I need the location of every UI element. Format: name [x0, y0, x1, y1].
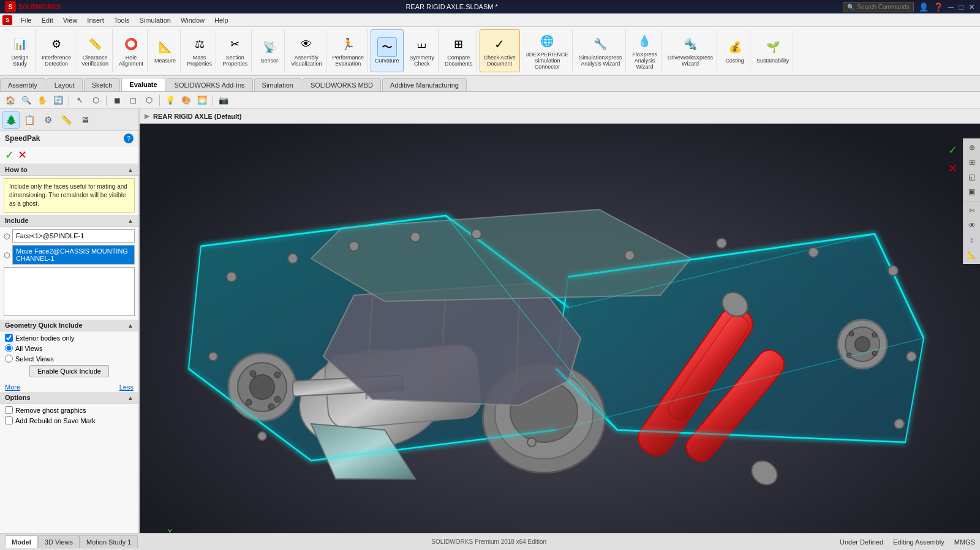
menu-insert[interactable]: Insert	[82, 15, 109, 25]
search-input-label[interactable]: Search Commands	[857, 4, 910, 10]
more-button[interactable]: More	[5, 383, 20, 391]
question-icon[interactable]: ❓	[933, 2, 943, 12]
toolbar-3dexp[interactable]: 🌐 3DEXPERIENCESimulationConnector	[522, 29, 573, 72]
toolbar-performance[interactable]: 🏃 PerformanceEvaluation	[329, 29, 369, 72]
sustainability-icon[interactable]: 🌱	[763, 37, 783, 57]
menu-tools[interactable]: Tools	[109, 15, 135, 25]
include-section-header[interactable]: Include ▲	[0, 215, 138, 227]
include-field-2[interactable]: Move Face2@CHASSIS MOUNTING CHANNEL-1	[12, 245, 135, 265]
selectviews-label[interactable]: Select Views	[15, 355, 54, 363]
exterior-label[interactable]: Exterior bodies only	[15, 334, 75, 342]
panel-dimxpert-icon[interactable]: 📏	[58, 111, 75, 129]
tab-evaluate[interactable]: Evaluate	[121, 78, 165, 91]
include-empty-area[interactable]	[4, 267, 135, 316]
viewport-cancel-button[interactable]: ✕	[944, 160, 960, 176]
toolbar-symmetry[interactable]: ⧢ SymmetryCheck	[406, 29, 439, 72]
toolbar-sensor[interactable]: 📡 Sensor	[254, 29, 285, 72]
help-button[interactable]: ?	[124, 134, 134, 143]
menu-file[interactable]: File	[16, 15, 37, 25]
toolbar-curvature[interactable]: 〜 Curvature	[371, 29, 404, 72]
sec-select-icon[interactable]: ↖	[73, 94, 86, 107]
minimize-btn[interactable]: ─	[948, 2, 954, 12]
exterior-checkbox[interactable]	[5, 334, 13, 342]
tab-additive[interactable]: Additive Manufacturing	[382, 78, 467, 91]
viewport-ok-button[interactable]: ✓	[944, 142, 960, 158]
sec-pan-icon[interactable]: ✋	[36, 94, 49, 107]
assembly-vis-icon[interactable]: 👁	[296, 34, 316, 54]
hole-icon[interactable]: ⭕	[121, 34, 141, 54]
close-btn[interactable]: ✕	[968, 2, 975, 12]
curvature-icon[interactable]: 〜	[377, 37, 397, 57]
floexpress-icon[interactable]: 💧	[635, 31, 654, 51]
panel-featuremanager-icon[interactable]: 🌲	[2, 111, 20, 129]
toolbar-sustainability[interactable]: 🌱 Sustainability	[753, 29, 793, 72]
howto-section-header[interactable]: How to ▲	[0, 164, 138, 176]
tab-mbd[interactable]: SOLIDWORKS MBD	[303, 78, 381, 91]
toolbar-clearance[interactable]: 📏 ClearanceVerification	[78, 29, 113, 72]
right-zoom-icon[interactable]: ⊕	[965, 141, 979, 154]
sec-home-icon[interactable]: 🏠	[4, 94, 17, 107]
allviews-label[interactable]: All Views	[15, 345, 42, 352]
right-views-icon[interactable]: ◱	[965, 170, 979, 184]
allviews-radio[interactable]	[5, 344, 13, 352]
right-shaded-icon[interactable]: ▣	[965, 185, 979, 198]
enable-quick-include-button[interactable]: Enable Quick Include	[29, 365, 109, 377]
measure-icon[interactable]: 📐	[156, 37, 175, 57]
right-fit-icon[interactable]: ⊞	[965, 156, 979, 169]
maximize-btn[interactable]: □	[959, 2, 963, 12]
tab-assembly[interactable]: Assembly	[0, 78, 45, 91]
status-tab-motionstudy[interactable]: Motion Study 1	[80, 535, 138, 548]
add-rebuild-checkbox[interactable]	[5, 416, 13, 424]
remove-ghost-label[interactable]: Remove ghost graphics	[15, 407, 86, 414]
toolbar-hole[interactable]: ⭕ HoleAlignment	[115, 29, 148, 72]
section-icon[interactable]: ✂	[225, 34, 245, 54]
viewport[interactable]: ▶ REAR RIGID AXLE (Default)	[140, 109, 980, 533]
costing-icon[interactable]: 💰	[725, 37, 745, 57]
3dexp-icon[interactable]: 🌐	[537, 31, 557, 51]
sec-hidden-icon[interactable]: ◻	[126, 94, 140, 107]
panel-configmanager-icon[interactable]: ⚙	[39, 111, 56, 129]
ok-button[interactable]: ✓	[5, 148, 14, 162]
sec-camera-icon[interactable]: 📷	[217, 94, 230, 107]
panel-propertymanager-icon[interactable]: 📋	[21, 111, 38, 129]
right-hide-icon[interactable]: 👁	[965, 219, 979, 232]
toolbar-simxpress[interactable]: 🔧 SimulationXpressAnalysis Wizard	[575, 29, 626, 72]
performance-icon[interactable]: 🏃	[338, 34, 358, 54]
toolbar-mass[interactable]: ⚖ MassProperties	[183, 29, 216, 72]
tab-simulation[interactable]: Simulation	[254, 78, 301, 91]
user-icon[interactable]: 👤	[919, 2, 929, 12]
toolbar-interference[interactable]: ⚙ InterferenceDetection	[38, 29, 75, 72]
design-study-icon[interactable]: 📊	[10, 34, 30, 54]
compare-icon[interactable]: ⊞	[449, 34, 469, 54]
tab-addins[interactable]: SOLIDWORKS Add-Ins	[167, 78, 253, 91]
menu-view[interactable]: View	[58, 15, 83, 25]
menu-window[interactable]: Window	[176, 15, 209, 25]
right-section-icon[interactable]: ✄	[965, 204, 979, 217]
toolbar-assembly-vis[interactable]: 👁 AssemblyVisualization	[287, 29, 326, 72]
right-normal-icon[interactable]: ↕	[965, 233, 979, 247]
right-measure-icon[interactable]: 📐	[965, 248, 979, 262]
toolbar-section[interactable]: ✂ SectionProperties	[219, 29, 252, 72]
driveworks-icon[interactable]: 🔩	[680, 34, 700, 54]
cancel-button[interactable]: ✕	[18, 148, 27, 162]
interference-icon[interactable]: ⚙	[47, 34, 66, 54]
check-active-icon[interactable]: ✓	[490, 34, 510, 54]
clearance-icon[interactable]: 📏	[85, 34, 105, 54]
toolbar-check-active[interactable]: ✓ Check ActiveDocument	[480, 29, 520, 72]
menu-help[interactable]: Help	[209, 15, 233, 25]
menu-edit[interactable]: Edit	[37, 15, 58, 25]
geometry-section-header[interactable]: Geometry Quick Include ▲	[0, 320, 138, 331]
sec-filter-icon[interactable]: ⬡	[89, 94, 102, 107]
tab-layout[interactable]: Layout	[47, 78, 83, 91]
menu-simulation[interactable]: Simulation	[135, 15, 176, 25]
sec-appearance-icon[interactable]: 🎨	[179, 94, 193, 107]
sec-zoom-icon[interactable]: 🔍	[20, 94, 33, 107]
sec-wireframe-icon[interactable]: ⬡	[142, 94, 156, 107]
toolbar-design-study[interactable]: 📊 DesignStudy	[5, 29, 36, 72]
sec-scene-icon[interactable]: 🌅	[195, 94, 209, 107]
remove-ghost-checkbox[interactable]	[5, 406, 13, 414]
panel-displaymanager-icon[interactable]: 🖥	[76, 111, 93, 129]
include-field-1[interactable]: Face<1>@SPINDLE-1	[12, 229, 135, 243]
toolbar-driveworks[interactable]: 🔩 DriveWorksXpressWizard	[664, 29, 717, 72]
mass-icon[interactable]: ⚖	[190, 34, 209, 54]
